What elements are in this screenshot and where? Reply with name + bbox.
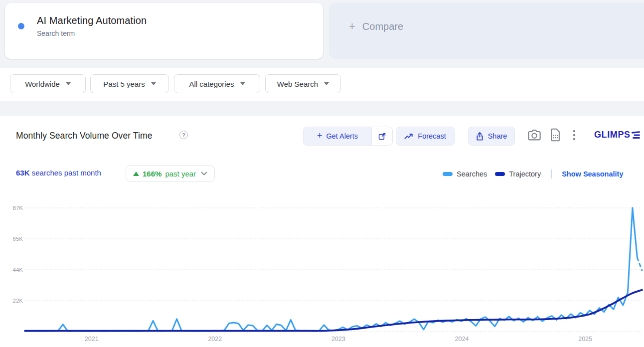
filters-bar: Worldwide Past 5 years All categories We… <box>0 68 644 101</box>
chevron-down-icon <box>66 82 71 85</box>
series-color-dot <box>18 23 24 29</box>
search-type-value: Web Search <box>277 80 318 88</box>
svg-text:2025: 2025 <box>578 336 592 343</box>
svg-text:2023: 2023 <box>331 336 345 343</box>
search-terms-bar: AI Marketing Automation Search term + Co… <box>0 0 644 68</box>
increase-arrow-icon <box>133 172 139 176</box>
trending-up-icon <box>404 133 413 140</box>
svg-text:65K: 65K <box>13 236 23 242</box>
legend-item-searches[interactable]: Searches <box>443 170 487 178</box>
time-range-dropdown[interactable]: Past 5 years <box>90 74 169 93</box>
volume-chart[interactable]: 22K44K65K87K20212022202320242025 <box>0 199 644 347</box>
forecast-button[interactable]: Forecast <box>396 127 455 146</box>
section-divider <box>0 101 644 116</box>
change-past-year-dropdown[interactable]: 166% past year <box>126 165 215 182</box>
screenshot-button[interactable] <box>527 129 541 143</box>
more-options-button[interactable] <box>572 129 576 143</box>
chart-legend: Searches Trajectory Show Seasonality <box>443 170 623 178</box>
region-dropdown[interactable]: Worldwide <box>10 74 86 93</box>
search-type-dropdown[interactable]: Web Search <box>265 74 341 93</box>
share-button[interactable]: Share <box>468 127 515 146</box>
get-alerts-label: Get Alerts <box>326 132 358 140</box>
share-label: Share <box>488 132 507 140</box>
export-report-button[interactable] <box>549 128 561 143</box>
chevron-down-icon <box>324 82 329 85</box>
chevron-down-icon <box>151 82 156 85</box>
stat-value: 63K <box>16 169 30 177</box>
svg-text:22K: 22K <box>13 298 23 304</box>
compare-add-button[interactable]: + Compare <box>329 3 644 59</box>
chevron-down-icon <box>201 172 207 175</box>
stat-caption: searches past month <box>30 169 101 177</box>
searches-swatch <box>443 172 453 176</box>
help-icon[interactable]: ? <box>179 131 188 139</box>
get-alerts-button[interactable]: + Get Alerts <box>303 127 393 146</box>
legend-divider <box>551 170 552 178</box>
change-percent: 166% <box>143 170 161 178</box>
svg-text:2021: 2021 <box>85 336 99 343</box>
svg-text:87K: 87K <box>13 205 23 211</box>
compare-label: Compare <box>362 21 403 32</box>
category-value: All categories <box>189 80 234 88</box>
glimpse-logo[interactable]: GLIMPS <box>594 130 640 140</box>
region-value: Worldwide <box>25 80 60 88</box>
svg-text:2022: 2022 <box>208 336 222 343</box>
search-term-card[interactable]: AI Marketing Automation Search term <box>5 3 323 59</box>
search-volume-panel: Monthly Search Volume Over Time ? + Get … <box>0 116 644 347</box>
svg-text:2024: 2024 <box>455 336 469 343</box>
plus-icon: + <box>349 20 355 33</box>
chevron-down-icon <box>240 82 245 85</box>
forecast-label: Forecast <box>418 132 446 140</box>
trajectory-legend-label: Trajectory <box>509 170 541 178</box>
share-icon <box>476 132 483 141</box>
external-link-icon <box>378 132 386 141</box>
kebab-menu-icon <box>572 129 576 141</box>
search-term-title: AI Marketing Automation <box>37 15 147 26</box>
legend-item-trajectory[interactable]: Trajectory <box>495 170 541 178</box>
searches-legend-label: Searches <box>457 170 487 178</box>
panel-title: Monthly Search Volume Over Time <box>16 131 153 141</box>
searches-past-month-stat: 63K searches past month <box>16 169 101 177</box>
camera-icon <box>527 129 541 142</box>
time-range-value: Past 5 years <box>103 80 145 88</box>
change-period: past year <box>165 170 196 178</box>
report-document-icon <box>549 128 561 142</box>
plus-icon: + <box>317 131 322 141</box>
svg-text:44K: 44K <box>13 267 23 273</box>
search-term-type: Search term <box>37 29 75 37</box>
show-seasonality-link[interactable]: Show Seasonality <box>562 170 623 178</box>
category-dropdown[interactable]: All categories <box>174 74 260 93</box>
glimpse-e-glyph <box>632 131 640 139</box>
open-alerts-external-button[interactable] <box>371 127 392 145</box>
trajectory-swatch <box>495 172 505 176</box>
